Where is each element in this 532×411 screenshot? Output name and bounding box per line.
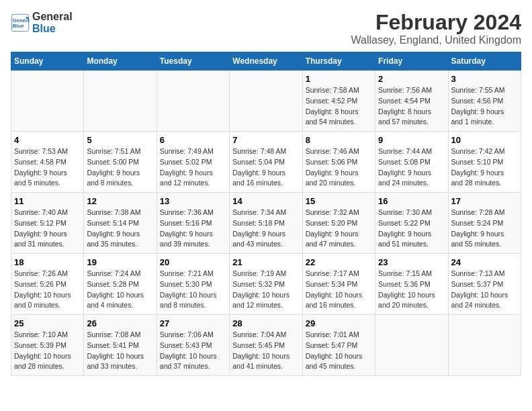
main-title: February 2024 bbox=[351, 11, 521, 34]
calendar-cell: 16Sunrise: 7:30 AM Sunset: 5:22 PM Dayli… bbox=[375, 193, 448, 254]
calendar-cell: 22Sunrise: 7:17 AM Sunset: 5:34 PM Dayli… bbox=[302, 254, 375, 315]
day-number: 14 bbox=[232, 196, 299, 206]
svg-text:Blue: Blue bbox=[13, 23, 24, 29]
calendar-cell: 12Sunrise: 7:38 AM Sunset: 5:14 PM Dayli… bbox=[84, 193, 157, 254]
calendar-cell bbox=[84, 71, 157, 132]
calendar-cell: 3Sunrise: 7:55 AM Sunset: 4:56 PM Daylig… bbox=[448, 71, 521, 132]
calendar-cell: 17Sunrise: 7:28 AM Sunset: 5:24 PM Dayli… bbox=[448, 193, 521, 254]
day-info: Sunrise: 7:17 AM Sunset: 5:34 PM Dayligh… bbox=[306, 269, 372, 311]
calendar-cell bbox=[157, 71, 229, 132]
day-info: Sunrise: 7:48 AM Sunset: 5:04 PM Dayligh… bbox=[232, 146, 299, 189]
calendar-cell: 11Sunrise: 7:40 AM Sunset: 5:12 PM Dayli… bbox=[11, 193, 84, 254]
day-info: Sunrise: 7:49 AM Sunset: 5:02 PM Dayligh… bbox=[160, 146, 226, 189]
calendar-cell: 4Sunrise: 7:53 AM Sunset: 4:58 PM Daylig… bbox=[11, 132, 84, 193]
day-info: Sunrise: 7:08 AM Sunset: 5:41 PM Dayligh… bbox=[87, 330, 153, 372]
calendar-cell: 8Sunrise: 7:46 AM Sunset: 5:06 PM Daylig… bbox=[302, 132, 375, 193]
day-info: Sunrise: 7:04 AM Sunset: 5:45 PM Dayligh… bbox=[232, 330, 299, 372]
day-number: 2 bbox=[378, 74, 445, 84]
calendar-cell: 24Sunrise: 7:13 AM Sunset: 5:37 PM Dayli… bbox=[448, 254, 521, 315]
day-number: 19 bbox=[87, 257, 153, 267]
day-number: 28 bbox=[232, 318, 299, 328]
day-number: 13 bbox=[160, 196, 226, 206]
day-info: Sunrise: 7:24 AM Sunset: 5:28 PM Dayligh… bbox=[87, 269, 153, 311]
logo-text: GeneralBlue bbox=[32, 11, 73, 34]
day-info: Sunrise: 7:26 AM Sunset: 5:26 PM Dayligh… bbox=[14, 269, 81, 311]
day-number: 18 bbox=[14, 257, 81, 267]
logo-icon: General Blue bbox=[11, 13, 30, 32]
calendar-week-row: 11Sunrise: 7:40 AM Sunset: 5:12 PM Dayli… bbox=[11, 193, 521, 254]
day-number: 22 bbox=[306, 257, 372, 267]
day-info: Sunrise: 7:53 AM Sunset: 4:58 PM Dayligh… bbox=[14, 146, 81, 189]
calendar-cell bbox=[230, 71, 302, 132]
calendar-cell: 29Sunrise: 7:01 AM Sunset: 5:47 PM Dayli… bbox=[302, 315, 375, 376]
day-info: Sunrise: 7:06 AM Sunset: 5:43 PM Dayligh… bbox=[160, 330, 226, 372]
day-info: Sunrise: 7:55 AM Sunset: 4:56 PM Dayligh… bbox=[451, 85, 518, 128]
subtitle: Wallasey, England, United Kingdom bbox=[351, 34, 521, 46]
calendar-header-monday: Monday bbox=[84, 52, 157, 71]
day-info: Sunrise: 7:32 AM Sunset: 5:20 PM Dayligh… bbox=[306, 208, 372, 250]
day-info: Sunrise: 7:19 AM Sunset: 5:32 PM Dayligh… bbox=[232, 269, 299, 311]
day-info: Sunrise: 7:34 AM Sunset: 5:18 PM Dayligh… bbox=[232, 208, 299, 250]
calendar-week-row: 4Sunrise: 7:53 AM Sunset: 4:58 PM Daylig… bbox=[11, 132, 521, 193]
day-number: 24 bbox=[451, 257, 518, 267]
calendar-header-friday: Friday bbox=[375, 52, 448, 71]
day-number: 25 bbox=[14, 318, 81, 328]
day-info: Sunrise: 7:38 AM Sunset: 5:14 PM Dayligh… bbox=[87, 208, 153, 250]
day-info: Sunrise: 7:56 AM Sunset: 4:54 PM Dayligh… bbox=[378, 85, 445, 128]
calendar-cell: 21Sunrise: 7:19 AM Sunset: 5:32 PM Dayli… bbox=[230, 254, 302, 315]
calendar-table: SundayMondayTuesdayWednesdayThursdayFrid… bbox=[11, 52, 521, 376]
day-number: 20 bbox=[160, 257, 226, 267]
calendar-header-sunday: Sunday bbox=[11, 52, 84, 71]
day-info: Sunrise: 7:40 AM Sunset: 5:12 PM Dayligh… bbox=[14, 208, 81, 250]
logo: General Blue GeneralBlue bbox=[11, 11, 73, 34]
day-number: 27 bbox=[160, 318, 226, 328]
day-info: Sunrise: 7:28 AM Sunset: 5:24 PM Dayligh… bbox=[451, 208, 518, 250]
calendar-cell bbox=[375, 315, 448, 376]
day-info: Sunrise: 7:15 AM Sunset: 5:36 PM Dayligh… bbox=[378, 269, 445, 311]
day-number: 21 bbox=[232, 257, 299, 267]
calendar-header-wednesday: Wednesday bbox=[230, 52, 302, 71]
calendar-week-row: 1Sunrise: 7:58 AM Sunset: 4:52 PM Daylig… bbox=[11, 71, 521, 132]
day-number: 17 bbox=[451, 196, 518, 206]
day-number: 8 bbox=[306, 135, 372, 145]
day-info: Sunrise: 7:30 AM Sunset: 5:22 PM Dayligh… bbox=[378, 208, 445, 250]
calendar-cell: 15Sunrise: 7:32 AM Sunset: 5:20 PM Dayli… bbox=[302, 193, 375, 254]
calendar-cell: 23Sunrise: 7:15 AM Sunset: 5:36 PM Dayli… bbox=[375, 254, 448, 315]
calendar-cell: 7Sunrise: 7:48 AM Sunset: 5:04 PM Daylig… bbox=[230, 132, 302, 193]
day-number: 29 bbox=[306, 318, 372, 328]
day-info: Sunrise: 7:51 AM Sunset: 5:00 PM Dayligh… bbox=[87, 146, 153, 189]
calendar-cell bbox=[11, 71, 84, 132]
calendar-cell: 9Sunrise: 7:44 AM Sunset: 5:08 PM Daylig… bbox=[375, 132, 448, 193]
day-info: Sunrise: 7:21 AM Sunset: 5:30 PM Dayligh… bbox=[160, 269, 226, 311]
calendar-cell: 10Sunrise: 7:42 AM Sunset: 5:10 PM Dayli… bbox=[448, 132, 521, 193]
calendar-week-row: 25Sunrise: 7:10 AM Sunset: 5:39 PM Dayli… bbox=[11, 315, 521, 376]
day-info: Sunrise: 7:46 AM Sunset: 5:06 PM Dayligh… bbox=[306, 146, 372, 189]
calendar-cell: 27Sunrise: 7:06 AM Sunset: 5:43 PM Dayli… bbox=[157, 315, 229, 376]
day-number: 16 bbox=[378, 196, 445, 206]
calendar-cell: 14Sunrise: 7:34 AM Sunset: 5:18 PM Dayli… bbox=[230, 193, 302, 254]
calendar-cell: 6Sunrise: 7:49 AM Sunset: 5:02 PM Daylig… bbox=[157, 132, 229, 193]
calendar-cell: 13Sunrise: 7:36 AM Sunset: 5:16 PM Dayli… bbox=[157, 193, 229, 254]
calendar-cell: 1Sunrise: 7:58 AM Sunset: 4:52 PM Daylig… bbox=[302, 71, 375, 132]
day-number: 12 bbox=[87, 196, 153, 206]
calendar-cell: 5Sunrise: 7:51 AM Sunset: 5:00 PM Daylig… bbox=[84, 132, 157, 193]
day-number: 15 bbox=[306, 196, 372, 206]
day-info: Sunrise: 7:58 AM Sunset: 4:52 PM Dayligh… bbox=[306, 85, 372, 128]
day-number: 1 bbox=[306, 74, 372, 84]
calendar-header-saturday: Saturday bbox=[448, 52, 521, 71]
calendar-header-row: SundayMondayTuesdayWednesdayThursdayFrid… bbox=[11, 52, 521, 71]
calendar-week-row: 18Sunrise: 7:26 AM Sunset: 5:26 PM Dayli… bbox=[11, 254, 521, 315]
title-section: February 2024 Wallasey, England, United … bbox=[351, 11, 521, 46]
day-number: 4 bbox=[14, 135, 81, 145]
calendar-cell: 2Sunrise: 7:56 AM Sunset: 4:54 PM Daylig… bbox=[375, 71, 448, 132]
day-number: 5 bbox=[87, 135, 153, 145]
calendar-cell: 19Sunrise: 7:24 AM Sunset: 5:28 PM Dayli… bbox=[84, 254, 157, 315]
calendar-header-tuesday: Tuesday bbox=[157, 52, 229, 71]
calendar-cell bbox=[448, 315, 521, 376]
day-number: 10 bbox=[451, 135, 518, 145]
calendar-cell: 18Sunrise: 7:26 AM Sunset: 5:26 PM Dayli… bbox=[11, 254, 84, 315]
calendar-cell: 26Sunrise: 7:08 AM Sunset: 5:41 PM Dayli… bbox=[84, 315, 157, 376]
calendar-header-thursday: Thursday bbox=[302, 52, 375, 71]
day-number: 26 bbox=[87, 318, 153, 328]
day-number: 9 bbox=[378, 135, 445, 145]
